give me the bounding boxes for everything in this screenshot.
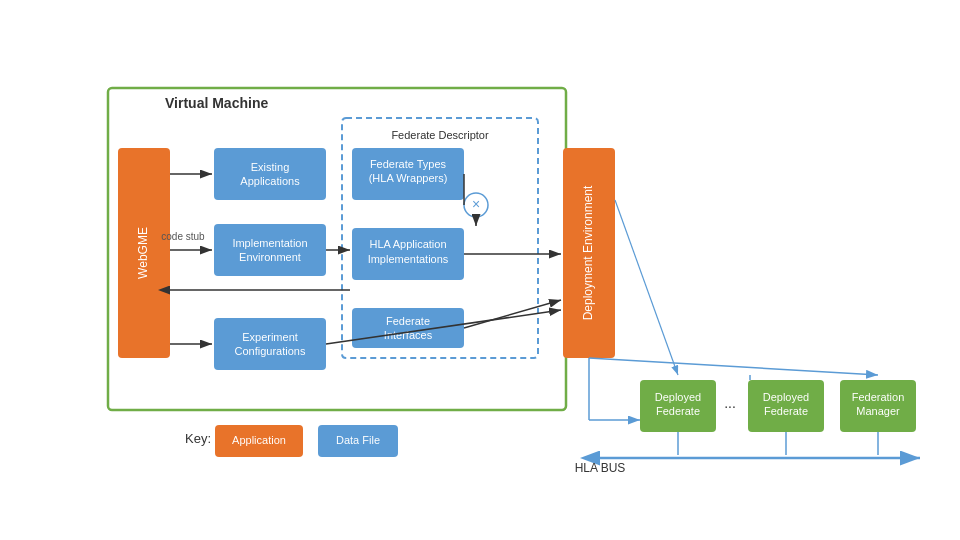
key-application-label: Application: [232, 434, 286, 446]
federate-types-text2: (HLA Wrappers): [369, 172, 448, 184]
line-deploy-df2-alt: [615, 200, 678, 375]
dots-label: ...: [724, 395, 736, 411]
key-label: Key:: [185, 431, 211, 446]
federate-descriptor-label: Federate Descriptor: [391, 129, 489, 141]
webgme-label: WebGME: [136, 227, 150, 279]
vm-border: [108, 88, 566, 410]
hla-app-impl-text1: HLA Application: [369, 238, 446, 250]
existing-apps-text1: Existing: [251, 161, 290, 173]
key-datafile-label: Data File: [336, 434, 380, 446]
experiment-config-text2: Configurations: [235, 345, 306, 357]
experiment-config-text1: Experiment: [242, 331, 298, 343]
deployed-federate2-text1: Deployed: [763, 391, 809, 403]
deployed-federate1-text2: Federate: [656, 405, 700, 417]
federation-manager-text1: Federation: [852, 391, 905, 403]
hla-bus-label: HLA BUS: [575, 461, 626, 475]
existing-apps-text2: Applications: [240, 175, 300, 187]
x-symbol: ×: [472, 196, 480, 212]
deployment-env-label: Deployment Environment: [581, 185, 595, 320]
code-stub-label: code stub: [161, 231, 205, 242]
diagram-container: Virtual Machine Federate Descriptor WebG…: [0, 0, 960, 540]
vm-label: Virtual Machine: [165, 95, 268, 111]
arrow-fedinterfaces-deployenv: [464, 300, 561, 328]
impl-env-text1: Implementation: [232, 237, 307, 249]
deployed-federate2-text2: Federate: [764, 405, 808, 417]
federation-manager-text2: Manager: [856, 405, 900, 417]
line-deploy-fm: [589, 358, 878, 375]
impl-env-text2: Environment: [239, 251, 301, 263]
deployed-federate1-text1: Deployed: [655, 391, 701, 403]
federate-interfaces-text1: Federate: [386, 315, 430, 327]
federate-types-text1: Federate Types: [370, 158, 447, 170]
main-diagram: Virtual Machine Federate Descriptor WebG…: [0, 0, 960, 540]
hla-app-impl-text2: Implementations: [368, 253, 449, 265]
